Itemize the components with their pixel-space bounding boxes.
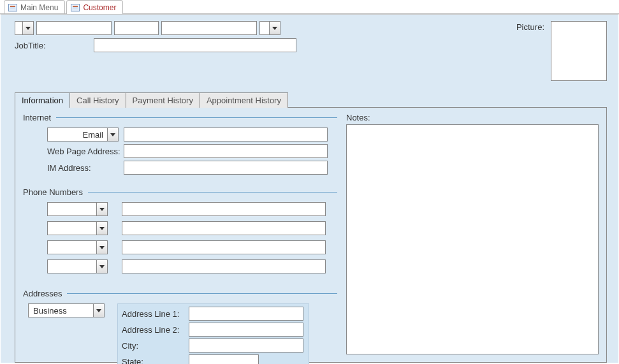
addr-state-input[interactable] [189,354,259,364]
chevron-down-icon[interactable] [96,241,107,254]
last-name-input[interactable] [161,21,257,35]
addr-line1-input[interactable] [189,307,303,321]
tab-information-label: Information [22,96,63,105]
tab-main-menu-label: Main Menu [20,3,58,12]
first-name-input[interactable] [36,21,112,35]
phone-row [23,202,337,216]
addr-line2-input[interactable] [189,323,303,337]
detail-tab-strip: Information Call History Payment History… [15,92,607,108]
picture-label: Picture: [516,21,544,32]
web-input[interactable] [124,144,328,158]
tab-information[interactable]: Information [15,92,70,108]
divider [67,293,337,294]
title-select[interactable] [15,21,34,35]
tab-call-history[interactable]: Call History [69,92,126,108]
phone-row [23,259,337,273]
customer-form: JobTitle: Picture: Information Call Hist… [0,14,619,363]
tab-customer-label: Customer [83,3,116,12]
notes-label: Notes: [346,113,599,122]
phone-type-select[interactable] [47,221,108,235]
tab-appointment-history-label: Appointment History [207,96,281,105]
email-input[interactable] [124,127,328,142]
addr-line2-label: Address Line 2: [122,325,189,335]
chevron-down-icon[interactable] [96,260,107,273]
middle-name-input[interactable] [114,21,159,35]
form-icon [8,4,17,11]
im-label: IM Address: [23,163,124,173]
im-input[interactable] [124,161,328,175]
notes-textarea[interactable] [346,124,599,354]
suffix-select[interactable] [259,21,280,35]
phone-type-select[interactable] [47,259,108,273]
tab-main-menu[interactable]: Main Menu [4,0,65,13]
tab-call-history-label: Call History [76,96,119,105]
divider [56,117,337,118]
phone-input[interactable] [122,240,326,254]
addr-line1-label: Address Line 1: [122,309,189,319]
phone-input[interactable] [122,259,326,273]
phone-group: Phone Numbers [23,187,337,285]
addr-city-input[interactable] [189,339,303,353]
tab-payment-history-label: Payment History [133,96,193,105]
form-icon [71,4,80,11]
phone-legend: Phone Numbers [23,187,83,197]
tab-payment-history[interactable]: Payment History [126,92,200,108]
addr-city-label: City: [122,341,189,351]
internet-legend: Internet [23,113,51,122]
picture-box[interactable] [551,21,607,81]
chevron-down-icon[interactable] [22,22,33,34]
addresses-legend: Addresses [23,289,62,298]
tab-customer[interactable]: Customer [66,0,123,13]
phone-row [23,221,337,235]
address-type-value: Business [31,306,102,316]
chevron-down-icon[interactable] [269,22,280,34]
phone-row [23,240,337,254]
phone-input[interactable] [122,221,326,235]
chevron-down-icon[interactable] [96,222,107,235]
tab-appointment-history[interactable]: Appointment History [200,92,288,108]
divider [88,192,337,193]
jobtitle-input[interactable] [94,38,296,52]
phone-type-select[interactable] [47,240,108,254]
address-type-select[interactable]: Business [28,303,105,317]
internet-group: Internet Email Web Page Ad [23,113,337,184]
chevron-down-icon[interactable] [93,304,104,317]
jobtitle-label: JobTitle: [15,41,91,50]
tab-page-information: Internet Email Web Page Ad [15,108,607,363]
chevron-down-icon[interactable] [107,128,118,141]
chevron-down-icon[interactable] [96,203,107,215]
email-type-select[interactable]: Email [47,127,119,142]
email-type-value: Email [50,130,116,140]
addresses-group: Addresses Business Address Line 1: Addre… [23,289,337,364]
document-tab-strip: Main Menu Customer [0,0,619,14]
phone-input[interactable] [122,202,326,216]
phone-type-select[interactable] [47,202,108,216]
web-label: Web Page Address: [23,147,124,156]
addr-state-label: State: [122,357,189,365]
address-panel: Address Line 1: Address Line 2: City: St… [117,303,309,364]
